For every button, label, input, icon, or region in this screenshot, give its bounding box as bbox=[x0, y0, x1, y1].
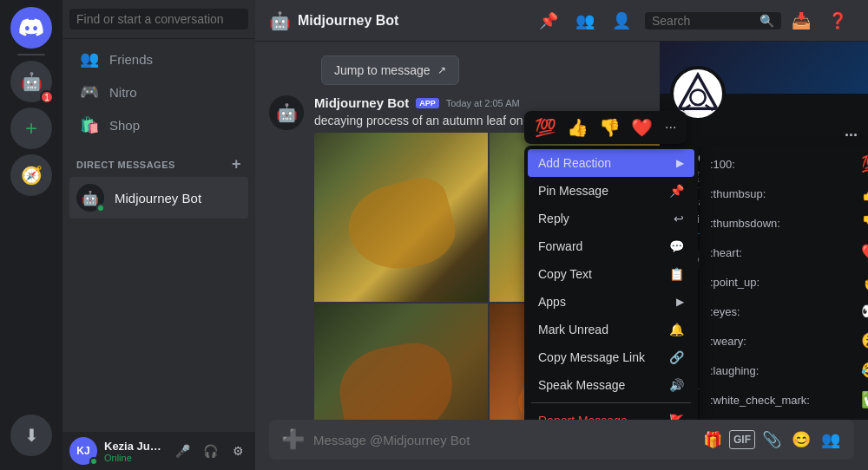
quick-emoji-100[interactable]: 💯 bbox=[531, 115, 560, 140]
emoji-row-thumbsup[interactable]: :thumbsup: 👍 bbox=[700, 179, 868, 208]
forward-icon: 💬 bbox=[669, 239, 684, 253]
jump-to-message-bar[interactable]: Jump to message ↗ bbox=[321, 55, 459, 85]
notification-badge: 1 bbox=[40, 90, 54, 104]
quick-emoji-thumbsup[interactable]: 👍 bbox=[563, 115, 592, 140]
emoji-row-check[interactable]: :white_check_mark: ✅ bbox=[700, 385, 868, 415]
quick-emoji-heart[interactable]: ❤️ bbox=[628, 115, 656, 140]
profile-avatar-section: ··· bbox=[660, 66, 868, 145]
emoji-row-thumbsdown[interactable]: :thumbsdown: 👎 bbox=[700, 208, 868, 238]
context-report[interactable]: Report Message 🚩 bbox=[528, 407, 694, 420]
dm-nav: 👥 Friends 🎮 Nitro 🛍️ Shop bbox=[62, 39, 255, 145]
deafen-button[interactable]: 🎧 bbox=[200, 441, 220, 461]
profile-more-btn[interactable]: ··· bbox=[845, 127, 858, 145]
leaf-image-3 bbox=[314, 304, 488, 420]
speak-icon: 🔊 bbox=[669, 378, 684, 392]
dm-nav-friends[interactable]: 👥 Friends bbox=[69, 42, 248, 75]
emoji-name-thumbsdown: :thumbsdown: bbox=[710, 217, 780, 230]
emoji-icon-weary: 😩 bbox=[861, 331, 868, 350]
context-apps[interactable]: Apps ▶ bbox=[528, 288, 694, 316]
search-bar[interactable]: 🔍 bbox=[645, 12, 781, 29]
context-menu-area: 💯 👍 👎 ❤️ ··· Add Reaction ▶ Pin M bbox=[524, 146, 868, 420]
chat-channel-name: Midjourney Bot bbox=[298, 13, 398, 29]
forward-label: Forward bbox=[538, 239, 582, 253]
context-reply[interactable]: Reply ↩ bbox=[528, 205, 694, 232]
quick-emoji-more[interactable]: ··· bbox=[661, 118, 680, 137]
copy-link-icon: 🔗 bbox=[669, 350, 684, 364]
midjourney-name: Midjourney Bot bbox=[115, 191, 201, 206]
dm-search-input[interactable] bbox=[76, 12, 241, 26]
emoji-row-x[interactable]: :x: ❌ bbox=[700, 415, 868, 420]
dm-section: DIRECT MESSAGES + bbox=[62, 145, 255, 177]
gif-button[interactable]: GIF bbox=[729, 430, 755, 449]
report-icon: 🚩 bbox=[669, 414, 684, 420]
sidebar-icon-download[interactable]: ⬇ bbox=[10, 415, 52, 456]
current-username: Kezia Jung... bbox=[104, 440, 165, 453]
add-reaction-label: Add Reaction bbox=[538, 156, 611, 170]
chat-input-actions: 🎁 GIF 📎 😊 👥 bbox=[700, 427, 844, 453]
chat-header: 🤖 Midjourney Bot 📌 👥 👤 🔍 📥 ❓ bbox=[255, 0, 868, 42]
context-copy-link[interactable]: Copy Message Link 🔗 bbox=[528, 343, 694, 371]
context-copy-text[interactable]: Copy Text 📋 bbox=[528, 260, 694, 288]
svg-point-1 bbox=[690, 90, 705, 105]
current-user-info: Kezia Jung... Online bbox=[104, 440, 165, 463]
add-reaction-arrow-icon: ▶ bbox=[676, 157, 684, 169]
emoji-button[interactable]: 😊 bbox=[788, 427, 814, 453]
svg-marker-0 bbox=[679, 75, 716, 108]
dm-nav-nitro[interactable]: 🎮 Nitro bbox=[69, 75, 248, 108]
emoji-row-heart[interactable]: :heart: ❤️ bbox=[700, 238, 868, 267]
copy-text-label: Copy Text bbox=[538, 267, 592, 281]
settings-button[interactable]: ⚙ bbox=[227, 441, 248, 461]
add-dm-button[interactable]: + bbox=[232, 155, 241, 173]
quick-emoji-thumbsdown[interactable]: 👎 bbox=[595, 115, 624, 140]
sticker-button[interactable]: 📎 bbox=[759, 427, 785, 453]
context-pin-message[interactable]: Pin Message 📌 bbox=[528, 177, 694, 205]
search-input[interactable] bbox=[652, 14, 756, 28]
context-mark-unread[interactable]: Mark Unread 🔔 bbox=[528, 316, 694, 343]
context-divider bbox=[531, 402, 691, 403]
current-user-avatar: KJ bbox=[69, 437, 97, 465]
emoji-row-100[interactable]: :100: 💯 bbox=[700, 149, 868, 179]
dm-panel: 👥 Friends 🎮 Nitro 🛍️ Shop DIRECT MESSAGE… bbox=[62, 0, 255, 470]
context-speak[interactable]: Speak Message 🔊 bbox=[528, 371, 694, 399]
emoji-icon-100: 💯 bbox=[861, 154, 868, 173]
speak-label: Speak Message bbox=[538, 378, 625, 392]
copy-text-icon: 📋 bbox=[669, 267, 684, 281]
emoji-name-weary: :weary: bbox=[710, 335, 746, 348]
context-forward[interactable]: Forward 💬 bbox=[528, 232, 694, 260]
inbox-button[interactable]: 📥 bbox=[785, 8, 818, 34]
dm-user-midjourney[interactable]: 🤖 Midjourney Bot bbox=[69, 177, 248, 219]
emoji-icon-thumbsup: 👍 bbox=[861, 184, 868, 203]
emoji-row-pointup[interactable]: :point_up: ☝️ bbox=[700, 267, 868, 297]
emoji-icon-eyes: 👀 bbox=[861, 302, 868, 321]
discord-home-button[interactable] bbox=[10, 7, 52, 49]
friends-icon: 👥 bbox=[80, 49, 99, 69]
message-time: Today at 2:05 AM bbox=[446, 98, 520, 108]
sidebar-icon-bot[interactable]: 🤖 1 bbox=[10, 61, 52, 102]
people-button[interactable]: 👥 bbox=[818, 427, 844, 453]
chat-input-wrapper: ➕ 🎁 GIF 📎 😊 👥 bbox=[269, 420, 854, 460]
emoji-row-laughing[interactable]: :laughing: 😂 bbox=[700, 356, 868, 385]
message-header: Midjourney Bot APP Today at 2:05 AM bbox=[314, 95, 646, 110]
add-file-button[interactable]: ➕ bbox=[279, 420, 306, 460]
gift-button[interactable]: 🎁 bbox=[700, 427, 726, 453]
profile-button[interactable]: 👤 bbox=[605, 8, 638, 34]
mute-button[interactable]: 🎤 bbox=[172, 441, 193, 461]
sidebar-icon-add[interactable]: + bbox=[10, 108, 52, 149]
emoji-icon-thumbsdown: 👎 bbox=[861, 213, 868, 232]
mark-unread-icon: 🔔 bbox=[669, 323, 684, 336]
emoji-icon-check: ✅ bbox=[861, 390, 868, 409]
shop-icon: 🛍️ bbox=[80, 115, 99, 134]
add-member-button[interactable]: 👥 bbox=[569, 8, 602, 34]
dm-nav-shop[interactable]: 🛍️ Shop bbox=[69, 108, 248, 141]
current-user-status: Online bbox=[104, 453, 165, 463]
leaf-image-1 bbox=[314, 133, 488, 302]
sidebar: 🤖 1 + 🧭 ⬇ bbox=[0, 0, 62, 470]
emoji-row-eyes[interactable]: :eyes: 👀 bbox=[700, 297, 868, 326]
sidebar-icon-explore[interactable]: 🧭 bbox=[10, 154, 52, 196]
help-button[interactable]: ❓ bbox=[821, 8, 854, 34]
context-add-reaction[interactable]: Add Reaction ▶ bbox=[528, 149, 694, 177]
dm-search-bar[interactable] bbox=[62, 0, 255, 39]
pin-button[interactable]: 📌 bbox=[532, 8, 565, 34]
chat-input[interactable] bbox=[313, 423, 693, 457]
emoji-row-weary[interactable]: :weary: 😩 bbox=[700, 326, 868, 356]
